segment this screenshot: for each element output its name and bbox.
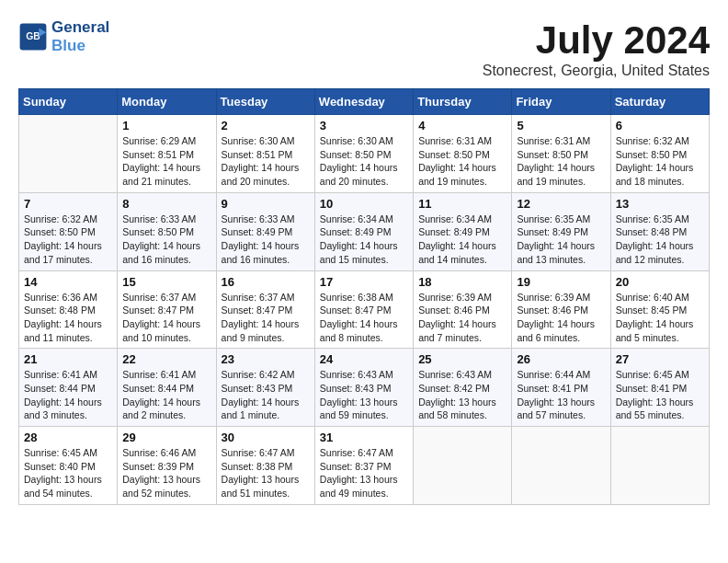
day-info: Sunrise: 6:42 AM Sunset: 8:43 PM Dayligh… [222, 368, 310, 422]
calendar-day-cell: 27Sunrise: 6:45 AM Sunset: 8:41 PM Dayli… [610, 349, 709, 427]
calendar-day-cell: 13Sunrise: 6:35 AM Sunset: 8:48 PM Dayli… [610, 192, 709, 270]
day-number: 23 [222, 352, 310, 366]
day-number: 6 [616, 119, 704, 132]
day-info: Sunrise: 6:31 AM Sunset: 8:50 PM Dayligh… [517, 134, 605, 189]
calendar-day-cell: 31Sunrise: 6:47 AM Sunset: 8:37 PM Dayli… [314, 427, 413, 505]
calendar-day-cell: 8Sunrise: 6:33 AM Sunset: 8:50 PM Daylig… [118, 192, 216, 270]
calendar-day-cell: 30Sunrise: 6:47 AM Sunset: 8:38 PM Dayli… [216, 427, 314, 505]
day-number: 22 [122, 352, 210, 366]
day-info: Sunrise: 6:38 AM Sunset: 8:47 PM Dayligh… [320, 291, 408, 345]
day-number: 3 [320, 119, 408, 132]
day-number: 2 [222, 119, 310, 132]
logo-text: General Blue [51, 18, 109, 55]
day-info: Sunrise: 6:36 AM Sunset: 8:48 PM Dayligh… [24, 291, 112, 345]
day-number: 30 [222, 431, 310, 444]
calendar-day-cell [610, 427, 709, 505]
day-info: Sunrise: 6:45 AM Sunset: 8:41 PM Dayligh… [616, 368, 704, 422]
calendar-subtitle: Stonecrest, Georgia, United States [483, 63, 710, 79]
calendar-day-cell: 24Sunrise: 6:43 AM Sunset: 8:43 PM Dayli… [314, 349, 413, 427]
day-number: 21 [24, 352, 112, 366]
weekday-header-row: SundayMondayTuesdayWednesdayThursdayFrid… [19, 89, 710, 115]
day-info: Sunrise: 6:33 AM Sunset: 8:49 PM Dayligh… [222, 213, 310, 267]
day-number: 5 [517, 119, 605, 132]
day-info: Sunrise: 6:47 AM Sunset: 8:37 PM Dayligh… [320, 446, 408, 500]
calendar-day-cell: 5Sunrise: 6:31 AM Sunset: 8:50 PM Daylig… [512, 115, 610, 193]
day-info: Sunrise: 6:30 AM Sunset: 8:50 PM Dayligh… [320, 134, 408, 189]
day-number: 8 [122, 197, 210, 211]
day-info: Sunrise: 6:31 AM Sunset: 8:50 PM Dayligh… [418, 134, 506, 189]
day-number: 9 [222, 197, 310, 211]
day-number: 7 [24, 197, 112, 211]
day-number: 12 [517, 197, 605, 211]
logo-icon: GB [18, 22, 48, 52]
calendar-day-cell: 14Sunrise: 6:36 AM Sunset: 8:48 PM Dayli… [19, 270, 118, 349]
day-number: 19 [517, 275, 605, 289]
calendar-table: SundayMondayTuesdayWednesdayThursdayFrid… [18, 88, 710, 505]
day-number: 24 [320, 352, 408, 366]
day-info: Sunrise: 6:37 AM Sunset: 8:47 PM Dayligh… [122, 291, 210, 345]
day-info: Sunrise: 6:29 AM Sunset: 8:51 PM Dayligh… [122, 134, 210, 189]
day-info: Sunrise: 6:32 AM Sunset: 8:50 PM Dayligh… [616, 134, 704, 189]
calendar-day-cell [19, 115, 118, 193]
calendar-day-cell [414, 427, 512, 505]
day-info: Sunrise: 6:41 AM Sunset: 8:44 PM Dayligh… [24, 368, 112, 422]
calendar-day-cell: 29Sunrise: 6:46 AM Sunset: 8:39 PM Dayli… [118, 427, 216, 505]
calendar-week-row: 14Sunrise: 6:36 AM Sunset: 8:48 PM Dayli… [19, 270, 710, 349]
day-number: 14 [24, 275, 112, 289]
logo: GB General Blue [18, 18, 109, 55]
day-info: Sunrise: 6:39 AM Sunset: 8:46 PM Dayligh… [517, 291, 605, 345]
calendar-day-cell: 7Sunrise: 6:32 AM Sunset: 8:50 PM Daylig… [19, 192, 118, 270]
calendar-day-cell: 11Sunrise: 6:34 AM Sunset: 8:49 PM Dayli… [414, 192, 512, 270]
calendar-day-cell: 20Sunrise: 6:40 AM Sunset: 8:45 PM Dayli… [610, 270, 709, 349]
day-info: Sunrise: 6:30 AM Sunset: 8:51 PM Dayligh… [222, 134, 310, 189]
calendar-day-cell: 23Sunrise: 6:42 AM Sunset: 8:43 PM Dayli… [216, 349, 314, 427]
calendar-day-cell: 12Sunrise: 6:35 AM Sunset: 8:49 PM Dayli… [512, 192, 610, 270]
day-number: 13 [616, 197, 704, 211]
calendar-week-row: 21Sunrise: 6:41 AM Sunset: 8:44 PM Dayli… [19, 349, 710, 427]
calendar-day-cell: 4Sunrise: 6:31 AM Sunset: 8:50 PM Daylig… [414, 115, 512, 193]
calendar-day-cell: 28Sunrise: 6:45 AM Sunset: 8:40 PM Dayli… [19, 427, 118, 505]
day-number: 11 [418, 197, 506, 211]
calendar-day-cell: 10Sunrise: 6:34 AM Sunset: 8:49 PM Dayli… [314, 192, 413, 270]
calendar-day-cell: 1Sunrise: 6:29 AM Sunset: 8:51 PM Daylig… [118, 115, 216, 193]
day-number: 25 [418, 352, 506, 366]
day-info: Sunrise: 6:43 AM Sunset: 8:43 PM Dayligh… [320, 368, 408, 422]
day-info: Sunrise: 6:45 AM Sunset: 8:40 PM Dayligh… [24, 446, 112, 500]
calendar-day-cell: 26Sunrise: 6:44 AM Sunset: 8:41 PM Dayli… [512, 349, 610, 427]
calendar-day-cell: 6Sunrise: 6:32 AM Sunset: 8:50 PM Daylig… [610, 115, 709, 193]
calendar-title: July 2024 [483, 18, 710, 63]
day-info: Sunrise: 6:32 AM Sunset: 8:50 PM Dayligh… [24, 213, 112, 267]
calendar-day-cell: 9Sunrise: 6:33 AM Sunset: 8:49 PM Daylig… [216, 192, 314, 270]
day-info: Sunrise: 6:43 AM Sunset: 8:42 PM Dayligh… [418, 368, 506, 422]
calendar-day-cell: 3Sunrise: 6:30 AM Sunset: 8:50 PM Daylig… [314, 115, 413, 193]
calendar-day-cell: 21Sunrise: 6:41 AM Sunset: 8:44 PM Dayli… [19, 349, 118, 427]
day-info: Sunrise: 6:35 AM Sunset: 8:48 PM Dayligh… [616, 213, 704, 267]
day-info: Sunrise: 6:37 AM Sunset: 8:47 PM Dayligh… [222, 291, 310, 345]
day-info: Sunrise: 6:34 AM Sunset: 8:49 PM Dayligh… [320, 213, 408, 267]
day-number: 1 [122, 119, 210, 132]
weekday-header-saturday: Saturday [610, 89, 709, 115]
day-info: Sunrise: 6:40 AM Sunset: 8:45 PM Dayligh… [616, 291, 704, 345]
day-number: 29 [122, 431, 210, 444]
calendar-day-cell: 25Sunrise: 6:43 AM Sunset: 8:42 PM Dayli… [414, 349, 512, 427]
day-number: 17 [320, 275, 408, 289]
day-info: Sunrise: 6:44 AM Sunset: 8:41 PM Dayligh… [517, 368, 605, 422]
day-number: 20 [616, 275, 704, 289]
day-number: 27 [616, 352, 704, 366]
day-info: Sunrise: 6:41 AM Sunset: 8:44 PM Dayligh… [122, 368, 210, 422]
day-info: Sunrise: 6:39 AM Sunset: 8:46 PM Dayligh… [418, 291, 506, 345]
weekday-header-thursday: Thursday [414, 89, 512, 115]
day-number: 31 [320, 431, 408, 444]
day-info: Sunrise: 6:34 AM Sunset: 8:49 PM Dayligh… [418, 213, 506, 267]
calendar-day-cell: 16Sunrise: 6:37 AM Sunset: 8:47 PM Dayli… [216, 270, 314, 349]
day-number: 18 [418, 275, 506, 289]
calendar-day-cell: 18Sunrise: 6:39 AM Sunset: 8:46 PM Dayli… [414, 270, 512, 349]
day-number: 28 [24, 431, 112, 444]
weekday-header-wednesday: Wednesday [314, 89, 413, 115]
weekday-header-monday: Monday [118, 89, 216, 115]
day-number: 26 [517, 352, 605, 366]
day-info: Sunrise: 6:35 AM Sunset: 8:49 PM Dayligh… [517, 213, 605, 267]
title-area: July 2024 Stonecrest, Georgia, United St… [483, 18, 710, 79]
day-info: Sunrise: 6:47 AM Sunset: 8:38 PM Dayligh… [222, 446, 310, 500]
weekday-header-sunday: Sunday [19, 89, 118, 115]
